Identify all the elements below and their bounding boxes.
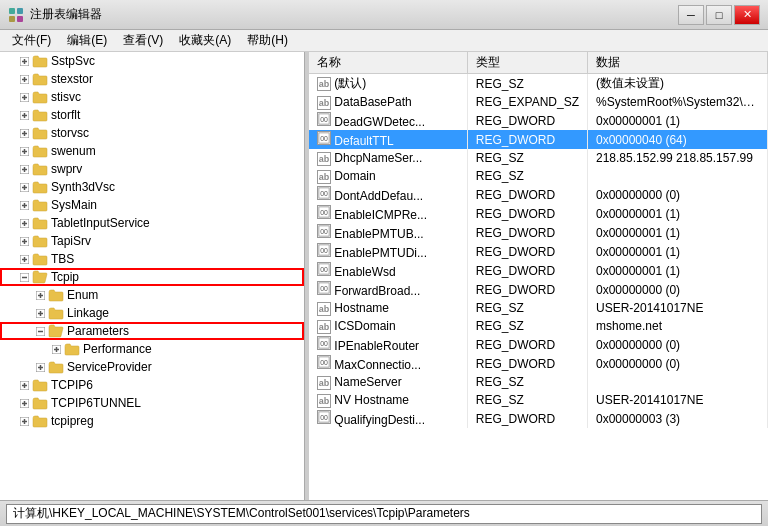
folder-icon — [32, 396, 48, 410]
tree-expand-icon[interactable] — [16, 107, 32, 123]
folder-icon — [32, 90, 48, 104]
table-row[interactable]: ab DhcpNameSer...REG_SZ218.85.152.99 218… — [309, 149, 768, 167]
tree-scroll[interactable]: SstpSvcstexstorstisvcstorfltstorvscswenu… — [0, 52, 304, 500]
tree-item[interactable]: TCPIP6TUNNEL — [0, 394, 304, 412]
table-row[interactable]: 00 DontAddDefau...REG_DWORD0x00000000 (0… — [309, 185, 768, 204]
menu-item[interactable]: 帮助(H) — [239, 30, 296, 51]
tree-panel: SstpSvcstexstorstisvcstorfltstorvscswenu… — [0, 52, 305, 500]
tree-label: Enum — [67, 288, 98, 302]
table-row[interactable]: 00 ForwardBroad...REG_DWORD0x00000000 (0… — [309, 280, 768, 299]
tree-expand-icon[interactable] — [32, 305, 48, 321]
table-row[interactable]: 00 EnableWsdREG_DWORD0x00000001 (1) — [309, 261, 768, 280]
table-row[interactable]: ab (默认)REG_SZ(数值未设置) — [309, 74, 768, 94]
tree-item[interactable]: TBS — [0, 250, 304, 268]
svg-text:00: 00 — [320, 135, 328, 142]
tree-expand-icon[interactable] — [32, 323, 48, 339]
svg-text:00: 00 — [320, 414, 328, 421]
tree-item[interactable]: SstpSvc — [0, 52, 304, 70]
tree-expand-icon[interactable] — [16, 233, 32, 249]
table-row[interactable]: ab NV HostnameREG_SZUSER-20141017NE — [309, 391, 768, 409]
tree-expand-icon[interactable] — [16, 125, 32, 141]
tree-item[interactable]: swprv — [0, 160, 304, 178]
tree-expand-icon[interactable] — [16, 377, 32, 393]
reg-type-cell: REG_DWORD — [467, 280, 587, 299]
table-row[interactable]: ab DomainREG_SZ — [309, 167, 768, 185]
menu-item[interactable]: 编辑(E) — [59, 30, 115, 51]
tree-expand-icon[interactable] — [16, 251, 32, 267]
svg-text:00: 00 — [320, 340, 328, 347]
tree-expand-icon[interactable] — [16, 215, 32, 231]
reg-data-cell: 0x00000001 (1) — [588, 261, 768, 280]
tree-item[interactable]: storvsc — [0, 124, 304, 142]
table-row[interactable]: 00 EnableICMPRe...REG_DWORD0x00000001 (1… — [309, 204, 768, 223]
tree-item[interactable]: storflt — [0, 106, 304, 124]
reg-table-scroll[interactable]: 名称 类型 数据 ab (默认)REG_SZ(数值未设置)ab DataBase… — [309, 52, 768, 500]
tree-item[interactable]: Performance — [0, 340, 304, 358]
dword-icon: 00 — [317, 262, 331, 276]
tree-item[interactable]: Synth3dVsc — [0, 178, 304, 196]
tree-expand-icon[interactable] — [16, 71, 32, 87]
col-type[interactable]: 类型 — [467, 52, 587, 74]
tree-item[interactable]: ServiceProvider — [0, 358, 304, 376]
tree-expand-icon[interactable] — [16, 179, 32, 195]
table-row[interactable]: 00 EnablePMTUDi...REG_DWORD0x00000001 (1… — [309, 242, 768, 261]
tree-item[interactable]: TCPIP6 — [0, 376, 304, 394]
col-name[interactable]: 名称 — [309, 52, 467, 74]
tree-item[interactable]: stexstor — [0, 70, 304, 88]
tree-expand-icon[interactable] — [32, 359, 48, 375]
table-row[interactable]: 00 DeadGWDetec...REG_DWORD0x00000001 (1) — [309, 111, 768, 130]
table-row[interactable]: 00 EnablePMTUB...REG_DWORD0x00000001 (1) — [309, 223, 768, 242]
svg-rect-3 — [17, 16, 23, 22]
tree-expand-icon[interactable] — [48, 341, 64, 357]
window-controls[interactable]: ─ □ ✕ — [678, 5, 760, 25]
maximize-button[interactable]: □ — [706, 5, 732, 25]
tree-expand-icon[interactable] — [16, 89, 32, 105]
tree-expand-icon[interactable] — [16, 53, 32, 69]
tree-expand-icon[interactable] — [16, 269, 32, 285]
tree-expand-icon[interactable] — [16, 395, 32, 411]
tree-item[interactable]: Tcpip — [0, 268, 304, 286]
tree-expand-icon[interactable] — [16, 197, 32, 213]
reg-type-cell: REG_DWORD — [467, 130, 587, 149]
reg-name-cell: ab NameServer — [309, 373, 467, 391]
minimize-button[interactable]: ─ — [678, 5, 704, 25]
tree-item[interactable]: swenum — [0, 142, 304, 160]
ab-icon: ab — [317, 376, 331, 390]
reg-type-cell: REG_DWORD — [467, 185, 587, 204]
svg-rect-15 — [33, 93, 39, 95]
table-row[interactable]: 00 QualifyingDesti...REG_DWORD0x00000003… — [309, 409, 768, 428]
close-button[interactable]: ✕ — [734, 5, 760, 25]
tree-item[interactable]: Enum — [0, 286, 304, 304]
tree-label: TCPIP6 — [51, 378, 93, 392]
menu-item[interactable]: 收藏夹(A) — [171, 30, 239, 51]
tree-item[interactable]: TabletInputService — [0, 214, 304, 232]
tree-item[interactable]: stisvc — [0, 88, 304, 106]
tree-item[interactable]: TapiSrv — [0, 232, 304, 250]
tree-item[interactable]: SysMain — [0, 196, 304, 214]
svg-text:00: 00 — [320, 209, 328, 216]
table-row[interactable]: ab HostnameREG_SZUSER-20141017NE — [309, 299, 768, 317]
table-row[interactable]: ab DataBasePathREG_EXPAND_SZ%SystemRoot%… — [309, 93, 768, 111]
svg-rect-71 — [49, 363, 55, 365]
menu-item[interactable]: 文件(F) — [4, 30, 59, 51]
tree-item[interactable]: Parameters — [0, 322, 304, 340]
tree-label: swprv — [51, 162, 82, 176]
tree-expand-icon[interactable] — [32, 287, 48, 303]
dword-icon: 00 — [317, 336, 331, 350]
table-row[interactable]: 00 MaxConnectio...REG_DWORD0x00000000 (0… — [309, 354, 768, 373]
table-row[interactable]: 00 DefaultTTLREG_DWORD0x00000040 (64) — [309, 130, 768, 149]
tree-expand-icon[interactable] — [16, 413, 32, 429]
col-data[interactable]: 数据 — [588, 52, 768, 74]
reg-type-cell: REG_SZ — [467, 373, 587, 391]
folder-icon — [32, 126, 48, 140]
table-row[interactable]: 00 IPEnableRouterREG_DWORD0x00000000 (0) — [309, 335, 768, 354]
tree-expand-icon[interactable] — [16, 161, 32, 177]
folder-icon — [48, 360, 64, 374]
reg-name-cell: ab DhcpNameSer... — [309, 149, 467, 167]
table-row[interactable]: ab NameServerREG_SZ — [309, 373, 768, 391]
menu-item[interactable]: 查看(V) — [115, 30, 171, 51]
tree-item[interactable]: Linkage — [0, 304, 304, 322]
tree-item[interactable]: tcpipreg — [0, 412, 304, 430]
table-row[interactable]: ab ICSDomainREG_SZmshome.net — [309, 317, 768, 335]
tree-expand-icon[interactable] — [16, 143, 32, 159]
